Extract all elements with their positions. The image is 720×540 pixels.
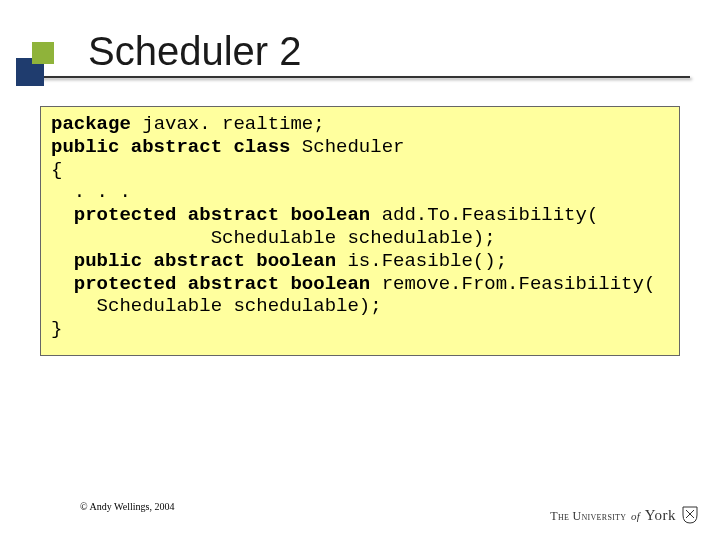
keyword: package [51,113,131,135]
code-text: javax. realtime; [131,113,325,135]
keyword: protected abstract boolean [51,204,370,226]
university-logo: The University of York [550,506,698,524]
title-underline [20,76,690,78]
keyword: public abstract boolean [51,250,336,272]
logo-text: The University of York [550,507,676,524]
accent-square-green [32,42,54,64]
logo-of: of [631,510,640,522]
code-text: . . . [51,181,131,203]
code-text: { [51,159,62,181]
code-text: is.Feasible(); [336,250,507,272]
logo-york: York [645,507,676,523]
code-text: add.To.Feasibility( [370,204,598,226]
code-text: Schedulable schedulable); [51,227,496,249]
shield-icon [682,506,698,524]
slide: Scheduler 2 package javax. realtime; pub… [0,0,720,540]
logo-university: University [569,509,626,523]
logo-the: The [550,509,569,523]
code-text: } [51,318,62,340]
title-area: Scheduler 2 [60,18,690,78]
slide-title: Scheduler 2 [88,29,301,74]
keyword: protected abstract boolean [51,273,370,295]
keyword: public abstract class [51,136,290,158]
code-text: Scheduler [290,136,404,158]
code-text: Schedulable schedulable); [51,295,382,317]
code-block: package javax. realtime; public abstract… [40,106,680,356]
code-text: remove.From.Feasibility( [370,273,655,295]
copyright-text: © Andy Wellings, 2004 [80,501,174,512]
